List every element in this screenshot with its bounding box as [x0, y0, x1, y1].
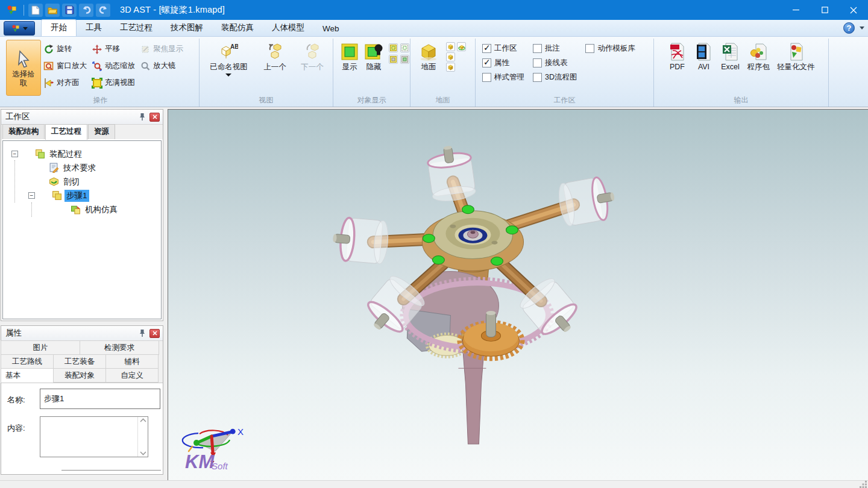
undo-button[interactable] [79, 4, 93, 17]
tab-tech-illustration[interactable]: 技术图解 [162, 20, 212, 36]
app-menu-button[interactable] [4, 21, 35, 36]
tree-item-section[interactable]: 剖切 [3, 175, 161, 189]
checkbox-properties[interactable]: 属性 [482, 58, 524, 68]
ribbon-group-workspace: 工作区 属性 样式管理 批注 接线表 [476, 39, 654, 107]
ground-option-4-button[interactable] [446, 63, 455, 72]
align-face-button[interactable]: 对齐面 [41, 75, 89, 90]
redo-button[interactable] [96, 4, 110, 17]
content-scrollbar[interactable] [137, 417, 148, 457]
select-pick-button[interactable]: 选择拾取 [6, 40, 41, 96]
scroll-down-icon[interactable] [140, 451, 146, 455]
fit-view-icon [92, 78, 102, 89]
name-input[interactable] [40, 389, 160, 409]
content-textarea[interactable] [40, 416, 148, 457]
display-option-2-button[interactable] [400, 43, 409, 52]
checkbox-style-manager[interactable]: 样式管理 [482, 72, 524, 83]
checkbox-wiring-table[interactable]: 接线表 [533, 58, 577, 68]
props-tab-basic[interactable]: 基本 [1, 368, 54, 383]
focus-display-button[interactable]: 聚焦显示 [137, 42, 186, 57]
expander-icon[interactable] [28, 192, 35, 199]
workspace-tab-assembly-structure[interactable]: 装配结构 [2, 124, 45, 139]
resize-grip[interactable] [860, 481, 867, 488]
save-button[interactable] [62, 4, 77, 17]
checkbox-workspace[interactable]: 工作区 [482, 43, 524, 54]
hide-button[interactable]: 隐藏 [362, 40, 386, 96]
fit-view-button[interactable]: 充满视图 [89, 75, 137, 90]
magnifier-button[interactable]: 放大镜 [137, 58, 186, 74]
export-excel-button[interactable]: Excel [719, 40, 743, 96]
display-option-1-button[interactable] [389, 43, 398, 52]
props-tab-auxiliary[interactable]: 辅料 [105, 354, 159, 369]
props-tab-picture[interactable]: 图片 [1, 340, 80, 355]
display-option-3-icon [390, 56, 397, 63]
export-lightweight-button[interactable]: 轻量化文件 [775, 40, 817, 96]
group-label-workspace: 工作区 [476, 95, 653, 105]
dynamic-zoom-button[interactable]: 动态缩放 [89, 58, 137, 74]
previous-view-icon [265, 42, 285, 61]
close-button[interactable] [839, 0, 868, 20]
ribbon-group-view: AB 已命名视图 上一个 下一个 视图 [200, 39, 333, 107]
tab-assembly-sim[interactable]: 装配仿真 [212, 20, 263, 36]
workspace-panel-close-button[interactable] [149, 113, 160, 122]
svg-text:KM: KM [185, 451, 215, 472]
ribbon-options-chevron-icon[interactable] [860, 27, 864, 30]
new-file-button[interactable] [28, 4, 43, 17]
named-views-icon: AB [219, 42, 238, 61]
workspace-tab-process[interactable]: 工艺过程 [45, 124, 87, 140]
tab-human-model[interactable]: 人体模型 [263, 20, 313, 36]
export-pdf-button[interactable]: PDF [665, 40, 690, 96]
props-tab-process-route[interactable]: 工艺路线 [1, 354, 54, 369]
rotate-button[interactable]: 旋转 [41, 42, 89, 57]
props-tab-assembly-object[interactable]: 装配对象 [53, 368, 106, 383]
expander-icon[interactable] [11, 151, 18, 157]
tab-process[interactable]: 工艺过程 [111, 20, 162, 36]
tab-start[interactable]: 开始 [41, 19, 77, 36]
props-tab-process-equipment[interactable]: 工艺装备 [53, 354, 106, 369]
previous-view-button[interactable]: 上一个 [257, 40, 292, 96]
tree-item-assembly-process[interactable]: 装配过程 [3, 147, 161, 161]
close-icon [850, 7, 857, 14]
tree-item-mechanism-simulation[interactable]: 机构仿真 [3, 202, 161, 216]
ground-option-1-button[interactable] [446, 42, 455, 51]
pin-icon[interactable] [139, 113, 146, 121]
checkbox-icon [482, 73, 491, 82]
ground-button[interactable]: 地面 [415, 40, 442, 96]
props-tab-custom[interactable]: 自定义 [105, 368, 159, 383]
help-button[interactable] [843, 22, 855, 34]
assembly-process-icon [35, 149, 45, 159]
ground-option-3-button[interactable] [446, 52, 455, 61]
display-option-3-button[interactable] [389, 55, 398, 64]
pin-icon[interactable] [139, 329, 146, 337]
checkbox-action-template-lib[interactable]: 动作模板库 [585, 43, 635, 54]
viewport-3d[interactable]: X Z KM Soft [168, 109, 868, 480]
properties-form: 名称: 内容: [1, 383, 163, 474]
open-file-button[interactable] [45, 4, 60, 17]
pan-button[interactable]: 平移 [89, 42, 137, 57]
maximize-button[interactable] [810, 0, 839, 20]
workspace-tab-resources[interactable]: 资源 [88, 124, 115, 139]
redo-icon [98, 5, 108, 14]
props-tab-inspection[interactable]: 检测要求 [80, 340, 159, 355]
group-label-ground: 地面 [410, 95, 475, 105]
next-view-button[interactable]: 下一个 [296, 40, 329, 96]
tree-item-tech-requirements[interactable]: 技术要求 [3, 161, 161, 175]
export-package-button[interactable]: 程序包 [745, 40, 773, 96]
ground-option-2-button[interactable] [457, 42, 466, 51]
dynamic-zoom-icon [92, 61, 102, 72]
window-zoom-button[interactable]: 窗口放大 [41, 58, 89, 74]
tab-tools[interactable]: 工具 [77, 20, 111, 36]
checkbox-annotation[interactable]: 批注 [533, 43, 577, 54]
display-option-4-button[interactable] [400, 55, 409, 64]
minimize-button[interactable] [781, 0, 810, 20]
named-views-button[interactable]: AB 已命名视图 [204, 40, 254, 96]
export-avi-button[interactable]: AVI [692, 40, 716, 96]
checkbox-3d-flowchart[interactable]: 3D流程图 [533, 72, 577, 83]
checkbox-icon [482, 44, 491, 53]
new-file-icon [31, 5, 40, 15]
scroll-up-icon[interactable] [140, 418, 146, 422]
show-button[interactable]: 显示 [338, 40, 362, 96]
display-option-4-icon [401, 56, 408, 63]
tab-web[interactable]: Web [313, 22, 348, 36]
properties-panel-close-button[interactable] [149, 329, 160, 338]
tree-item-step1[interactable]: 步骤1 [3, 189, 161, 202]
